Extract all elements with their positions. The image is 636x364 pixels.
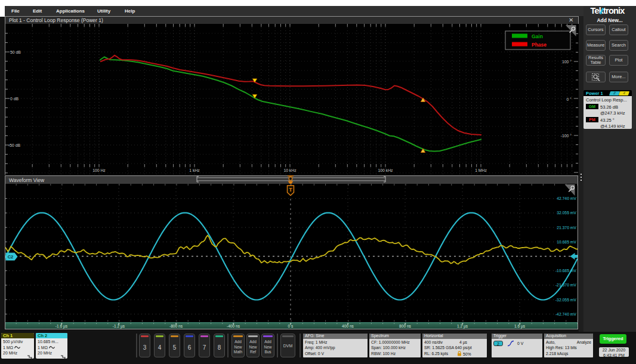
svg-text:-800 ns: -800 ns bbox=[169, 324, 183, 328]
svg-text:50 dB: 50 dB bbox=[10, 50, 21, 54]
svg-text:-400 ns: -400 ns bbox=[227, 324, 240, 328]
svg-text:-100 °: -100 ° bbox=[561, 134, 572, 138]
svg-text:32.055 mV: 32.055 mV bbox=[557, 211, 576, 215]
svg-text:0 °: 0 ° bbox=[567, 97, 572, 101]
svg-text:-50 dB: -50 dB bbox=[8, 143, 20, 147]
svg-text:100 kHz: 100 kHz bbox=[378, 168, 394, 172]
svg-text:800 ns: 800 ns bbox=[399, 324, 412, 328]
svg-text:100 °: 100 ° bbox=[562, 60, 572, 64]
svg-text:100 Hz: 100 Hz bbox=[92, 168, 106, 172]
svg-text:-1.2 µs: -1.2 µs bbox=[113, 324, 125, 329]
svg-text:0 dB: 0 dB bbox=[10, 97, 18, 101]
svg-text:Gain: Gain bbox=[532, 33, 543, 39]
svg-text:400 ns: 400 ns bbox=[342, 324, 354, 328]
svg-text:1.6 µs: 1.6 µs bbox=[514, 324, 526, 329]
svg-text:10.685 mV: 10.685 mV bbox=[557, 240, 576, 244]
svg-text:-42.740 mV: -42.740 mV bbox=[555, 312, 577, 316]
svg-text:10 kHz: 10 kHz bbox=[283, 168, 297, 172]
svg-text:-21.370 mV: -21.370 mV bbox=[555, 283, 577, 287]
svg-text:-32.055 mV: -32.055 mV bbox=[555, 298, 577, 302]
svg-text:1 MHz: 1 MHz bbox=[475, 168, 487, 172]
svg-text:-10.685 mV: -10.685 mV bbox=[555, 269, 577, 273]
svg-text:0 s: 0 s bbox=[288, 324, 294, 328]
svg-text:C2: C2 bbox=[8, 254, 14, 260]
svg-text:-1.6 µs: -1.6 µs bbox=[55, 324, 68, 329]
svg-text:T: T bbox=[289, 187, 292, 193]
svg-text:42.740 mV: 42.740 mV bbox=[557, 196, 576, 200]
svg-text:1.2 µs: 1.2 µs bbox=[457, 324, 468, 329]
svg-text:1 kHz: 1 kHz bbox=[189, 168, 200, 172]
svg-text:21.370 mV: 21.370 mV bbox=[557, 226, 576, 230]
svg-text:Phase: Phase bbox=[532, 42, 547, 48]
